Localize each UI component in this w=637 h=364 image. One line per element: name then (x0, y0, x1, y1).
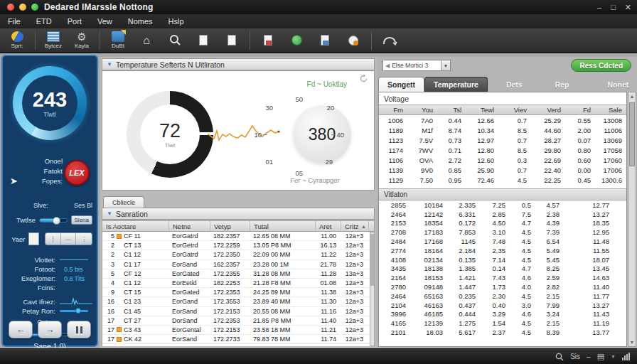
sprt-button[interactable]: Sprt: (3, 28, 31, 52)
voltage-row[interactable]: 11237.5V0.7312.970.728.270.0713069 (379, 135, 626, 145)
saturation-row[interactable]: 5CF 11EorGatrd182.235712.65 08 MM11.0012… (102, 232, 370, 241)
twtlse-slider[interactable] (39, 218, 68, 223)
twtlse-slider-knob[interactable] (53, 217, 60, 225)
yaer-segmented-control[interactable]: ┊ — ⋮ (45, 232, 92, 245)
voltage-row[interactable]: 11297.500.9572.464.522.250.451300.6 (379, 175, 626, 185)
search-button[interactable] (161, 28, 189, 52)
chevron-down-icon[interactable]: ▼ (611, 354, 616, 359)
scroll-up-icon[interactable]: ▲ (628, 94, 636, 99)
menu-view[interactable]: Vew (90, 14, 120, 28)
vitlaton-row[interactable]: 2708171837.8533.104.57.3912.95 (379, 228, 626, 237)
menu-help[interactable]: Hslp (161, 14, 192, 28)
collapse-triangle-icon[interactable]: ▼ (107, 61, 112, 68)
saturation-row[interactable]: 9CT 15EorGated172.235324.25 89 MM11.3812… (102, 288, 370, 297)
col-viev[interactable]: Viev (498, 106, 531, 114)
copy-button[interactable] (311, 28, 339, 52)
saturation-row[interactable]: 17CT 27DorSand172.235321.85 P8 MM11.4012… (102, 316, 370, 326)
voltage-row[interactable]: 10067A00.4412.660.725.290.5513008 (379, 115, 626, 125)
vitlaton-row[interactable]: 2153183540.1724.504.74.3918.35 (379, 219, 626, 228)
page-layout-icon[interactable]: ▤ (597, 352, 604, 361)
voltage-row[interactable]: 11747WV0.7112.808.529.800.8017058 (379, 145, 626, 155)
temperature-panel-header[interactable]: ▼ Temperature Sefterts N Uitliraton (102, 58, 375, 70)
scrollbar-thumb[interactable] (370, 234, 374, 286)
objects-tab[interactable]: Cbliecle (103, 196, 144, 208)
vitlaton-row[interactable]: 2464651630.2352.304.52.1511.77 (379, 291, 626, 301)
vitlaton-section-header[interactable]: Vitlaton (379, 188, 626, 200)
menu-nomes[interactable]: Nomes (120, 14, 161, 28)
menu-file[interactable]: File (0, 14, 28, 28)
vitlaton-row[interactable]: 2855101842.3357.250.54.5712.77 (379, 200, 626, 210)
petay-slider[interactable] (60, 310, 88, 312)
menu-port[interactable]: Port (60, 14, 90, 28)
tab-temperature[interactable]: Temperature (424, 77, 488, 92)
right-scrollbar[interactable]: ▲ ▼ (628, 92, 636, 347)
minimize-button[interactable]: – (597, 3, 601, 11)
reset-button[interactable]: Ress Cdcted (571, 59, 631, 72)
previous-button[interactable]: ← (9, 321, 33, 338)
vitlaton-row[interactable]: 2164181531.4217.434.62.5914.63 (379, 273, 626, 282)
zoom-traffic-light-icon[interactable] (31, 4, 38, 11)
home-button[interactable]: ⌂ (132, 28, 161, 52)
tab-songett[interactable]: Songett (378, 77, 424, 92)
petay-slider-knob[interactable] (75, 308, 81, 314)
saturation-row[interactable]: 4C1 12EorEetid182.225321.28 F8 MM01.0812… (102, 279, 370, 288)
col-fd[interactable]: Fd (565, 106, 595, 114)
network-button[interactable] (282, 28, 311, 52)
saturation-row[interactable]: 5CF 12EorGated172.235531.28 08 MM11.2813… (102, 269, 370, 279)
vitlaton-row[interactable]: 4165121391.2751.544.52.1511.19 (379, 318, 626, 328)
segment-1[interactable]: ┊ (46, 233, 61, 245)
bytcez-button[interactable]: Bytcez (39, 28, 68, 52)
col-netne[interactable]: Netne (169, 221, 210, 231)
scroll-down-icon[interactable]: ▼ (628, 340, 636, 345)
col-critz[interactable]: Critz▲ (341, 221, 369, 231)
zoom-search-icon[interactable] (555, 353, 564, 361)
vitlaton-row[interactable]: 3996461850.4443.294.63.2411.43 (379, 310, 626, 319)
vitlaton-row[interactable]: 4108021340.1357.144.55.4518.07 (379, 255, 626, 264)
saturation-row[interactable]: 17CK 42EorSand172.273379.83 78 MM11.7412… (102, 335, 370, 344)
voltage-row[interactable]: 1189M1f8.7410.348.544.602.0011006 (379, 125, 626, 135)
vitlaton-row[interactable]: 210118.035.6172.374.58.3913.77 (379, 328, 626, 337)
tab-dets[interactable]: Dets (498, 77, 531, 92)
yaer-thumbnail[interactable] (28, 232, 40, 245)
next-button[interactable]: → (38, 321, 62, 338)
menu-etd[interactable]: ETD (28, 14, 60, 28)
minimize-traffic-light-icon[interactable] (19, 4, 26, 11)
vitlaton-row[interactable]: 2104461630.4370.403.07.9913.27 (379, 301, 626, 310)
maximize-button[interactable]: □ (611, 3, 616, 11)
vitlaton-row[interactable]: 2780091481.4471.734.02.8211.40 (379, 282, 626, 291)
kayla-button[interactable]: ⚙ Kayla (68, 28, 96, 52)
scrollbar-thumb[interactable] (629, 102, 635, 166)
layout-button[interactable] (189, 28, 218, 52)
report-button[interactable] (254, 28, 282, 52)
saturation-scrollbar[interactable] (370, 232, 375, 346)
voltage-row[interactable]: 11399V00.8525.900.722.400.0017006 (379, 165, 626, 175)
vitlaton-row[interactable]: 2774181642.1842.354.55.4911.55 (379, 246, 626, 255)
col-is-aoctare[interactable]: Is Aoctare (102, 221, 169, 231)
saturation-row[interactable]: 17C3 43EorGental172.215323.58 18 MM11.21… (102, 326, 370, 335)
saturation-row[interactable]: 2C1 12EorGatrd172.235022.09 00 MM11.2212… (102, 250, 370, 259)
col-sale[interactable]: Sale (595, 106, 626, 114)
col-fm[interactable]: Fm (379, 106, 407, 114)
tab-rep[interactable]: Rep (547, 77, 578, 92)
vitlaton-row[interactable]: 3435181381.3850.144.78.2513.45 (379, 264, 626, 274)
chevron-down-icon[interactable]: ▼ (441, 60, 450, 70)
undo-button[interactable] (375, 28, 404, 52)
segment-2[interactable]: — (61, 233, 77, 245)
voltage-row[interactable]: 1106OVA2.7212.600.322.690.6017060 (379, 155, 626, 165)
col-you[interactable]: You (407, 106, 437, 114)
history-button[interactable] (339, 28, 368, 52)
refresh-icon[interactable] (359, 74, 368, 83)
col-tewl[interactable]: Tewl (466, 106, 498, 114)
col-verd[interactable]: Verd (531, 106, 565, 114)
close-traffic-light-icon[interactable] (7, 4, 14, 11)
col-aret[interactable]: Aret (316, 221, 341, 231)
grid-layout-button[interactable] (218, 28, 246, 52)
col-tsl[interactable]: Tsl (437, 106, 466, 114)
saturation-row[interactable]: 3C1 17EorSand162.235723.28 00 1M21.7812a… (102, 260, 370, 269)
dubt-button[interactable]: DuBt (104, 28, 132, 52)
pause-button[interactable] (67, 321, 91, 338)
col-tutal[interactable]: Tutal (250, 221, 316, 231)
collapse-triangle-icon[interactable]: ▼ (107, 210, 112, 217)
col-vetyp[interactable]: Vetyp (210, 221, 250, 231)
segment-3[interactable]: ⋮ (76, 233, 92, 245)
